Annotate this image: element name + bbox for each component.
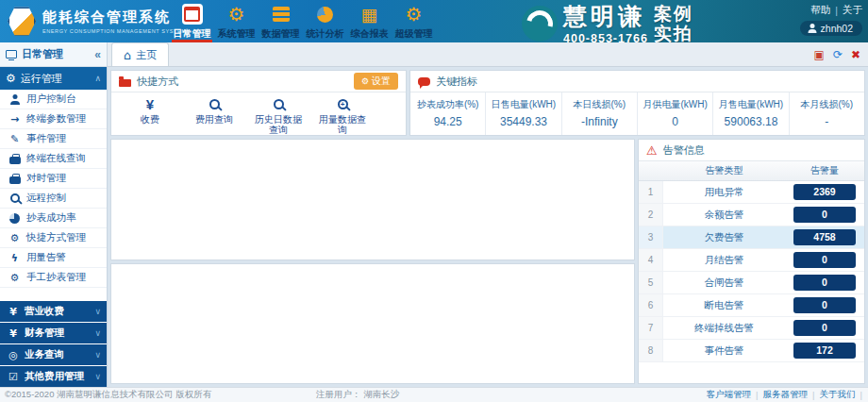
main-area: 日常管理 « ⚙ 运行管理 ∧ 用户控制台 → 终端参数管理 ✎ 事件管理 (0, 42, 868, 387)
quick-action-usage-data-query[interactable]: 用量数据查询 (313, 94, 372, 135)
user-icon (8, 94, 21, 105)
user-badge[interactable]: zhnh02 (800, 21, 862, 36)
copyright-text: ©2015-2020 湖南慧明谦信息技术有限公司 版权所有 (5, 389, 211, 401)
warning-triangle-icon: ⚠ (646, 144, 658, 157)
empty-chart-panel-top (110, 139, 635, 260)
footer-link-client-management[interactable]: 客户端管理 (707, 389, 752, 401)
empty-chart-panel-bottom (110, 263, 635, 385)
bottom-row: ⚠ 告警信息 告警类型 告警量 1 用电异常 2369 (110, 139, 865, 384)
chevron-down-icon: ∨ (94, 372, 101, 381)
settings-button[interactable]: ⚙ 设置 (354, 73, 398, 90)
sidebar-item-remote-control[interactable]: 远程控制 (0, 189, 107, 209)
alarm-row-event-alarm[interactable]: 8 事件告警 172 (639, 340, 864, 362)
quick-action-fee-query[interactable]: 费用查询 (185, 94, 243, 135)
nav-item-reports[interactable]: ▦ 综合报表 (347, 0, 392, 42)
quick-access-panel: 快捷方式 ⚙ 设置 ¥ 收费 (110, 70, 407, 136)
top-header: 能耗综合管理系统 ENERGY CONSUMPTION MANAGEMENT S… (0, 0, 868, 42)
metric-meter-success-rate: 抄表成功率(%) 94.25 (410, 92, 485, 135)
sidebar: 日常管理 « ⚙ 运行管理 ∧ 用户控制台 → 终端参数管理 ✎ 事件管理 (0, 42, 108, 387)
gears-icon: ⚙ (406, 3, 423, 25)
alarm-count-badge[interactable]: 0 (793, 275, 856, 291)
registered-user: 注册用户： 湖南长沙 (316, 389, 399, 401)
yen-icon: ¥ (8, 327, 19, 340)
metric-daily-line-loss: 本日线损(%) -Infinity (561, 92, 637, 135)
app-window: 能耗综合管理系统 ENERGY CONSUMPTION MANAGEMENT S… (0, 0, 868, 402)
sidebar-section-operation-management[interactable]: ⚙ 运行管理 ∧ (0, 67, 107, 90)
gear-icon: ⚙ (361, 76, 369, 86)
sidebar-header[interactable]: 日常管理 « (0, 42, 107, 67)
alarm-count-badge[interactable]: 2369 (793, 184, 856, 200)
sidebar-section-business-charging[interactable]: ¥ 营业收费 ∨ (0, 301, 107, 322)
sidebar-item-terminal-params[interactable]: → 终端参数管理 (0, 109, 107, 129)
username: zhnh02 (821, 23, 853, 34)
calendar-icon (182, 3, 203, 25)
pencil-icon: ✎ (8, 133, 21, 145)
logo-area: 能耗综合管理系统 ENERGY CONSUMPTION MANAGEMENT S… (0, 7, 170, 37)
nav-item-daily-management[interactable]: 日常管理 (170, 0, 214, 42)
pie-chart-icon (317, 3, 333, 25)
alarm-row-power-cut-alarm[interactable]: 6 断电告警 0 (639, 294, 864, 317)
maximize-icon[interactable]: ▣ (814, 49, 825, 60)
quick-access-title: 快捷方式 (137, 75, 178, 89)
watermark-brand: 慧明谦 (563, 1, 648, 32)
alarm-row-switch-on-alarm[interactable]: 5 合闸告警 0 (639, 272, 864, 294)
nav-item-super-management[interactable]: ⚙ 超级管理 (392, 0, 436, 42)
footer-link-server-management[interactable]: 服务器管理 (763, 389, 809, 401)
alarm-count-badge[interactable]: 0 (793, 297, 856, 313)
chevron-down-icon: ∨ (94, 350, 101, 360)
metric-monthly-energy-sold: 月售电量(kWH) 590063.18 (712, 92, 788, 135)
alarm-count-badge[interactable]: 4758 (793, 229, 856, 245)
alarm-row-terminal-offline-alarm[interactable]: 7 终端掉线告警 0 (639, 317, 864, 340)
footer-link-about-us[interactable]: 关于我们 (820, 389, 856, 401)
briefcase-icon (8, 174, 21, 184)
sidebar-section-business-query[interactable]: ◎ 业务查询 ∨ (0, 344, 107, 365)
sidebar-spacer (0, 288, 107, 300)
app-title: 能耗综合管理系统 (42, 8, 187, 26)
nav-item-system-management[interactable]: ⚙ 系统管理 (214, 0, 259, 42)
alarm-row-arrears-alarm[interactable]: 3 欠费告警 4758 (639, 226, 864, 249)
about-link[interactable]: 关于 (843, 4, 862, 17)
search-icon (8, 193, 21, 203)
alarm-count-badge[interactable]: 172 (793, 343, 856, 359)
sidebar-item-time-sync[interactable]: 对时管理 (0, 169, 107, 189)
status-bar: ©2015-2020 湖南慧明谦信息技术有限公司 版权所有 注册用户： 湖南长沙… (0, 387, 868, 402)
nav-item-data-management[interactable]: 数据管理 (259, 0, 303, 42)
chevron-up-icon: ∧ (94, 74, 101, 83)
alarm-row-monthly-settlement-alarm[interactable]: 4 月结告警 0 (639, 249, 864, 272)
alarm-row-power-abnormal[interactable]: 1 用电异常 2369 (639, 181, 864, 204)
help-link[interactable]: 帮助 (810, 4, 830, 17)
sidebar-item-terminal-online-query[interactable]: 终端在线查询 (0, 149, 107, 169)
alarm-row-balance-alarm[interactable]: 2 余额告警 0 (639, 204, 864, 226)
sidebar-item-meter-success-rate[interactable]: 抄表成功率 (0, 209, 107, 228)
app-subtitle: ENERGY CONSUMPTION MANAGEMENT SYSTEM (42, 28, 187, 34)
quick-action-charging[interactable]: ¥ 收费 (121, 94, 179, 135)
sign-in-arrow-icon: → (8, 113, 21, 126)
calendar-check-icon: ☑ (8, 371, 19, 383)
sidebar-item-user-console[interactable]: 用户控制台 (0, 90, 107, 109)
sidebar-section-other-fees[interactable]: ☑ 其他费用管理 ∨ (0, 366, 107, 387)
search-icon (209, 96, 220, 112)
comment-icon (418, 77, 430, 86)
sidebar-item-usage-alarm[interactable]: ϟ 用量告警 (0, 248, 107, 268)
alarm-count-badge[interactable]: 0 (793, 320, 856, 336)
close-icon[interactable]: ✖ (851, 49, 860, 60)
sidebar-item-shortcut-management[interactable]: ⚙ 快捷方式管理 (0, 228, 107, 248)
watermark-stamp: 案例 实拍 (654, 4, 693, 43)
tab-home[interactable]: ⌂ 主页 (111, 42, 169, 66)
quick-action-history-daily-data-query[interactable]: 历史日数据查询 (249, 94, 308, 135)
collapse-sidebar-icon[interactable]: « (94, 48, 101, 61)
report-grid-icon: ▦ (361, 3, 378, 25)
alarm-table-header: 告警类型 告警量 (639, 161, 864, 181)
sidebar-item-manual-meter-reading[interactable]: ⚙ 手工抄表管理 (0, 268, 107, 288)
alarm-count-badge[interactable]: 0 (793, 252, 856, 268)
tab-bar: ⌂ 主页 ▣ ⟳ ✖ (108, 42, 868, 67)
nav-item-statistics[interactable]: 统计分析 (303, 0, 347, 42)
sidebar-section-finance-management[interactable]: ¥ 财务管理 ∨ (0, 323, 107, 343)
page-body: 快捷方式 ⚙ 设置 ¥ 收费 (108, 67, 868, 387)
circle-icon: ◎ (8, 349, 19, 361)
refresh-icon[interactable]: ⟳ (833, 49, 843, 60)
alarm-count-badge[interactable]: 0 (793, 207, 856, 223)
sidebar-item-event-management[interactable]: ✎ 事件管理 (0, 129, 107, 149)
logo-text: 能耗综合管理系统 ENERGY CONSUMPTION MANAGEMENT S… (42, 8, 187, 34)
database-icon (273, 3, 290, 25)
